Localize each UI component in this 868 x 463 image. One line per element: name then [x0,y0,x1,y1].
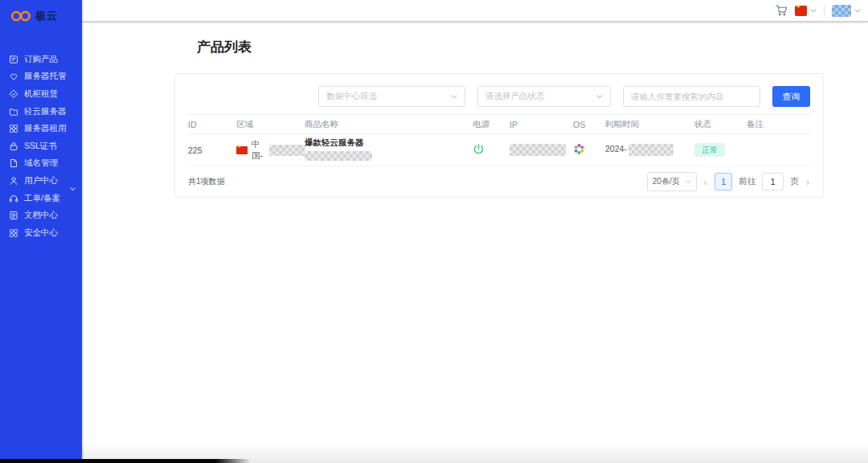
power-icon[interactable] [473,143,485,155]
heart-icon [9,72,18,81]
cell-os [573,134,605,166]
sidebar-item-domain-management[interactable]: 域名管理 [0,155,82,173]
prev-page-button[interactable]: ‹ [703,177,708,187]
infinity-cloud-icon [10,10,32,23]
cell-ip [510,134,573,166]
col-header-remark: 备注 [747,115,810,134]
expiry-text: 2024- [605,144,627,154]
col-header-id: ID [188,115,236,134]
chevron-down-icon [451,95,457,99]
sidebar-item-ticket-record[interactable]: 工单/备案 [0,190,82,207]
sidebar-item-label: 机柜租赁 [24,88,58,100]
sidebar-item-label: 服务器托管 [24,71,67,82]
language-selector[interactable] [795,6,817,16]
table-row: 225 中国- 爆款轻云服务器 [188,134,810,166]
sidebar-item-label: 服务器租用 [24,123,67,134]
topbar-divider [824,6,825,15]
table-header-row: ID 区域 商品名称 电源 IP OS 到期时间 状态 备注 [188,115,810,134]
sidebar-item-cabinet-rental[interactable]: 机柜租赁 [0,85,82,103]
brand-logo[interactable]: 极云 [0,0,82,24]
sidebar-item-server-rental[interactable]: 服务器租用 [0,120,82,137]
query-button[interactable]: 查询 [772,86,810,107]
cell-region: 中国- [236,134,305,166]
datacenter-select-placeholder: 数据中心筛选 [326,91,377,102]
product-name-text: 爆款轻云服务器 [305,137,473,149]
sidebar-item-label: 用户中心 [24,175,58,186]
app-window: 极云 订购产品 服务器托管 机柜租赁 [0,0,868,463]
col-header-status: 状态 [694,115,747,134]
redacted-ip [510,144,566,156]
datacenter-select[interactable]: 数据中心筛选 [318,86,465,107]
redacted-avatar [832,5,851,17]
file-icon [9,158,18,168]
redacted-product-detail [305,151,372,161]
page-size-select[interactable]: 20条/页 [647,172,697,191]
page-title: 产品列表 [197,38,252,56]
security-grid-icon [9,228,18,238]
sidebar-item-label: 安全中心 [24,227,58,239]
redacted-region [269,145,305,156]
chevron-down-icon [686,180,691,184]
sidebar-item-label: 工单/备案 [24,193,60,204]
document-icon [9,211,18,220]
account-menu[interactable] [832,5,861,17]
status-badge: 正常 [694,143,725,157]
topbar [82,0,868,22]
grid-icon [9,124,18,133]
main-content: 产品列表 数据中心筛选 请选择产品状态 查询 [82,22,868,463]
china-flag-icon [795,6,807,16]
shopping-cart-icon[interactable] [776,5,788,16]
cabinet-diamond-icon [9,89,18,99]
col-header-os: OS [573,115,605,134]
lock-icon [9,141,18,151]
sidebar: 极云 订购产品 服务器托管 机柜租赁 [0,0,82,459]
chevron-down-icon [854,9,861,13]
cell-product-name: 爆款轻云服务器 [305,134,473,166]
chevron-down-icon [596,95,603,99]
product-status-placeholder: 请选择产品状态 [485,91,545,102]
sidebar-item-ssl-cert[interactable]: SSL证书 [0,137,82,155]
sidebar-item-security-center[interactable]: 安全中心 [0,224,82,242]
sidebar-menu: 订购产品 服务器托管 机柜租赁 轻云服务器 [0,51,82,242]
page-size-value: 20条/页 [653,176,680,187]
sidebar-item-label: 轻云服务器 [24,106,67,117]
cell-expiry: 2024- [605,134,694,166]
user-icon [9,176,18,186]
goto-page-input[interactable] [762,173,784,191]
sidebar-item-user-center[interactable]: 用户中心 [0,172,82,190]
screen-edge-strip [0,459,251,463]
sidebar-item-order-products[interactable]: 订购产品 [0,51,82,68]
order-list-icon [9,55,18,64]
sidebar-item-server-hosting[interactable]: 服务器托管 [0,68,82,86]
col-header-expiry: 到期时间 [605,115,694,134]
sidebar-item-doc-center[interactable]: 文档中心 [0,207,82,224]
cell-status: 正常 [694,134,747,166]
brand-name: 极云 [35,9,58,23]
product-status-select[interactable]: 请选择产品状态 [477,86,611,107]
next-page-button[interactable]: › [805,177,810,187]
total-count-text: 共1项数据 [188,176,225,187]
region-text: 中国- [252,139,265,162]
folder-icon [9,107,18,117]
sidebar-item-label: SSL证书 [24,141,57,152]
sidebar-item-light-cloud-server[interactable]: 轻云服务器 [0,103,82,121]
cell-power [473,134,510,166]
redacted-expiry [628,144,674,156]
sidebar-item-label: 文档中心 [24,210,58,221]
china-flag-icon [236,146,248,154]
product-list-card: 数据中心筛选 请选择产品状态 查询 ID [174,73,824,198]
col-header-region: 区域 [236,115,305,134]
col-header-product-name: 商品名称 [305,115,473,134]
table-footer: 共1项数据 20条/页 ‹ 1 前往 页 › [188,166,810,197]
search-input[interactable] [623,86,760,107]
page-unit-label: 页 [790,176,799,187]
page-number-button[interactable]: 1 [714,173,732,191]
headset-icon [9,194,18,203]
cell-remark [747,134,810,166]
col-header-power: 电源 [473,115,510,134]
product-table: ID 区域 商品名称 电源 IP OS 到期时间 状态 备注 225 [188,114,810,166]
col-header-ip: IP [510,115,573,134]
filter-row: 数据中心筛选 请选择产品状态 查询 [188,86,810,107]
pagination: 20条/页 ‹ 1 前往 页 › [647,172,810,191]
cell-id: 225 [188,134,236,166]
